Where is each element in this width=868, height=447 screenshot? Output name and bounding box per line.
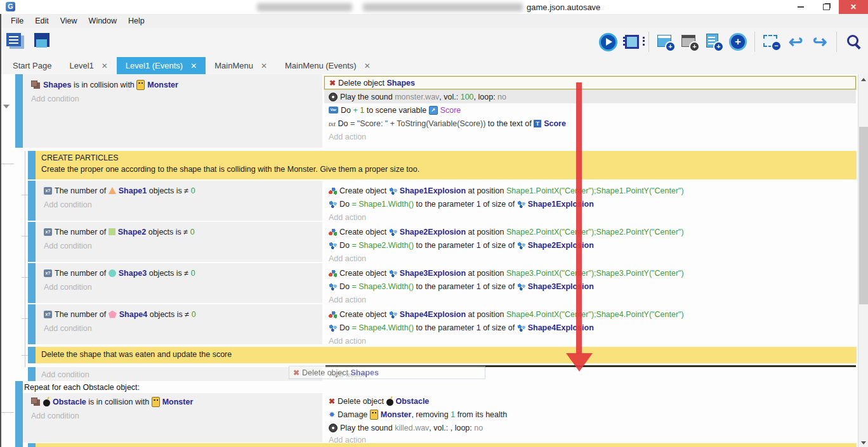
scroll-down-icon[interactable] (861, 441, 866, 444)
add-condition-link[interactable]: Add condition (39, 280, 92, 294)
add-action-link[interactable]: Add action (324, 334, 366, 347)
event-marker-bar[interactable] (28, 367, 36, 381)
text-run: Shape2.PointX("Center");Shape2.PointY("C… (506, 228, 684, 236)
particle-icon (389, 269, 397, 277)
tab-close-icon[interactable]: ✕ (190, 62, 197, 70)
action-play-sound-monster[interactable]: Play the sound monster.wav, vol.: 100, l… (324, 90, 856, 103)
event-marker-bar[interactable] (15, 74, 23, 148)
text-run: Do (339, 323, 352, 332)
event-marker-bar[interactable] (28, 263, 36, 303)
action-resize-shape1explosion[interactable]: Do = Shape1.Width() to the parameter 1 o… (324, 197, 856, 211)
add-condition-link[interactable]: Add condition (39, 239, 92, 252)
remove-event-icon[interactable] (761, 31, 782, 53)
text-run: to the parameter 1 of size of (414, 200, 517, 209)
add-event-icon[interactable] (655, 31, 676, 53)
debug-icon[interactable] (621, 31, 643, 53)
action-add-to-score-variable[interactable]: Do + 1 to scene variable Score (324, 103, 856, 117)
condition-shape3-count[interactable]: The number of Shape3 objects is ≠ 0 (39, 266, 319, 280)
add-subevent-icon[interactable] (679, 31, 700, 53)
repeat-obstacle-header[interactable]: Repeat for each Obstacle object: (24, 382, 140, 393)
toolbar (0, 28, 868, 57)
text-run: Do (341, 106, 353, 115)
add-condition-link[interactable]: Add condition (27, 92, 79, 105)
action-create-shape1explosion[interactable]: Create object Shape1Explosion at positio… (324, 184, 856, 197)
action-delete-obstacle[interactable]: Delete object Obstacle (324, 394, 856, 408)
add-action-link[interactable]: Add action (324, 293, 366, 306)
tab-label: Level1 (69, 61, 93, 70)
collision-icon (31, 398, 37, 404)
menu-edit[interactable]: Edit (29, 16, 55, 25)
event-marker-bar[interactable] (28, 347, 36, 363)
add-action-link[interactable]: Add action (324, 211, 366, 224)
restore-button[interactable] (813, 0, 839, 14)
action-set-score-text[interactable]: Do = "Score: " + ToString(Variable(Score… (324, 117, 856, 130)
text-run: Shape2Explosion (528, 241, 594, 250)
scene-window-icon[interactable] (32, 31, 53, 53)
menu-file[interactable]: File (5, 16, 29, 25)
action-create-shape4explosion[interactable]: Create object Shape4Explosion at positio… (324, 308, 856, 321)
condition-shapes-collides-monster[interactable]: Shapes is in collision with Monster (27, 78, 319, 91)
event-marker-bar[interactable] (28, 181, 36, 221)
menu-window[interactable]: Window (83, 16, 122, 25)
tab-close-icon[interactable]: ✕ (261, 62, 267, 70)
event-marker-bar[interactable] (15, 381, 23, 447)
action-create-shape3explosion[interactable]: Create object Shape3Explosion at positio… (324, 266, 856, 280)
text-run: to the parameter 1 of size of (414, 282, 517, 291)
particle-icon (517, 283, 525, 290)
tab-start-page[interactable]: Start Page (4, 57, 60, 74)
tab-close-icon[interactable]: ✕ (102, 62, 108, 70)
scroll-up-icon[interactable] (861, 78, 866, 81)
text-run: The number of (55, 186, 109, 195)
scrollbar-thumb[interactable] (859, 127, 868, 304)
redo-icon[interactable] (809, 31, 831, 53)
condition-shape2-count[interactable]: The number of Shape2 objects is ≠ 0 (39, 225, 319, 238)
undo-icon[interactable] (785, 31, 806, 53)
add-condition-link[interactable]: Add condition (37, 368, 89, 381)
action-delete-shapes-selected[interactable]: Delete object Shapes (324, 76, 856, 89)
add-condition-link[interactable]: Add condition (39, 198, 92, 211)
collapse-arrow-icon[interactable] (3, 105, 10, 108)
collision-icon (31, 81, 37, 87)
event-marker-bar[interactable] (28, 304, 36, 344)
menu-help[interactable]: Help (122, 16, 150, 25)
text-run: Obstacle (396, 397, 430, 406)
text-run: Shapes (387, 79, 415, 87)
search-icon[interactable] (843, 31, 864, 53)
menu-view[interactable]: View (55, 16, 83, 25)
comment-create-particles[interactable]: CREATE PARTICLES Create the proper one a… (36, 151, 857, 179)
condition-shape4-count[interactable]: The number of Shape4 objects is ≠ 0 (39, 308, 319, 321)
title-bar: game.json.autosave (0, 0, 868, 14)
condition-obstacle-collides-monster[interactable]: Obstacle is in collision with Monster (27, 395, 319, 408)
minimize-button[interactable] (788, 0, 813, 14)
action-resize-shape2explosion[interactable]: Do = Shape2.Width() to the parameter 1 o… (324, 238, 856, 252)
tab-mainmenu[interactable]: MainMenu✕ (206, 57, 276, 74)
tab-close-icon[interactable]: ✕ (364, 62, 371, 70)
project-manager-icon[interactable] (5, 31, 27, 53)
add-plus-icon[interactable] (727, 31, 749, 53)
add-condition-link[interactable]: Add condition (27, 409, 79, 422)
event-marker-bar[interactable] (28, 151, 36, 179)
text-run: Create object (339, 310, 389, 319)
play-icon[interactable] (597, 31, 619, 53)
toolbar-separator (648, 32, 649, 52)
text-run: Shape3Explosion (528, 282, 594, 291)
action-resize-shape3explosion[interactable]: Do = Shape3.Width() to the parameter 1 o… (324, 280, 856, 293)
tab-level1[interactable]: Level1✕ (60, 57, 116, 74)
add-condition-link[interactable]: Add condition (39, 321, 92, 335)
event-marker-bar[interactable] (28, 222, 36, 262)
condition-shape1-count[interactable]: The number of Shape1 objects is ≠ 0 (39, 184, 319, 197)
close-button[interactable] (839, 0, 868, 14)
action-play-sound-killed[interactable]: Play the sound killed.wav, vol.: , loop:… (324, 421, 856, 434)
action-create-shape2explosion[interactable]: Create object Shape2Explosion at positio… (324, 225, 856, 238)
action-resize-shape4explosion[interactable]: Do = Shape4.Width() to the parameter 1 o… (324, 321, 856, 334)
action-damage-monster[interactable]: Damage Monster, removing 1 from its heal… (324, 408, 856, 421)
tab-mainmenu-events[interactable]: MainMenu (Events)✕ (276, 57, 379, 74)
add-action-link[interactable]: Add action (324, 130, 366, 143)
comment-delete-shape[interactable]: Delete the shape that was eaten and upda… (36, 347, 857, 363)
monster-icon (370, 410, 378, 420)
tab-level1-events[interactable]: Level1 (Events)✕ (117, 57, 206, 74)
vertical-scrollbar[interactable] (858, 74, 868, 447)
monster-icon (136, 80, 145, 90)
add-action-link[interactable]: Add action (324, 252, 366, 265)
add-comment-icon[interactable] (703, 31, 725, 53)
